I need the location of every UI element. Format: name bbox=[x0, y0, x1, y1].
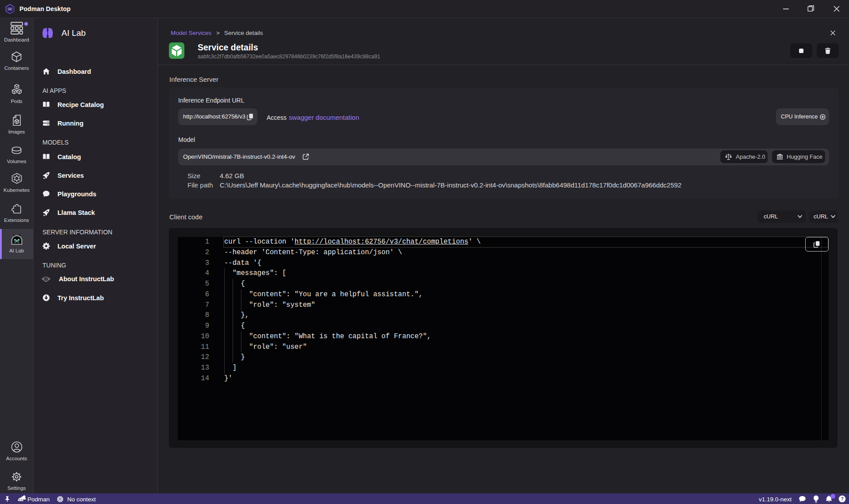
svg-text:?: ? bbox=[841, 496, 844, 501]
